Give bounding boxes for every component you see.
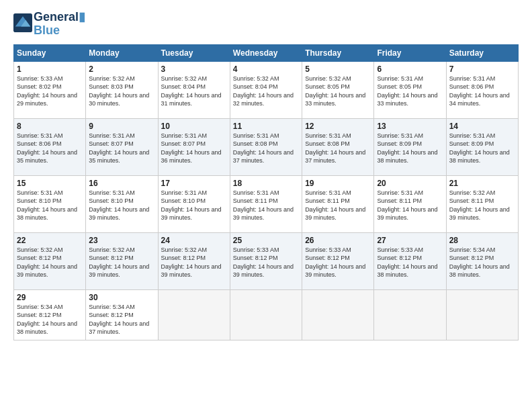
logo: General▮ Blue	[13, 11, 85, 38]
day-info: Sunrise: 5:32 AM Sunset: 8:12 PM Dayligh…	[89, 246, 154, 279]
calendar-cell: 19 Sunrise: 5:31 AM Sunset: 8:11 PM Dayl…	[302, 175, 374, 232]
calendar-cell: 29 Sunrise: 5:34 AM Sunset: 8:12 PM Dayl…	[14, 289, 86, 340]
calendar-header: SundayMondayTuesdayWednesdayThursdayFrid…	[14, 44, 519, 61]
day-info: Sunrise: 5:31 AM Sunset: 8:10 PM Dayligh…	[161, 189, 227, 222]
calendar-cell: 25 Sunrise: 5:33 AM Sunset: 8:12 PM Dayl…	[230, 232, 302, 289]
day-number: 14	[449, 122, 515, 131]
calendar-cell: 8 Sunrise: 5:31 AM Sunset: 8:06 PM Dayli…	[14, 118, 86, 175]
day-number: 7	[449, 64, 515, 74]
calendar-cell: 27 Sunrise: 5:33 AM Sunset: 8:12 PM Dayl…	[374, 232, 446, 289]
day-info: Sunrise: 5:31 AM Sunset: 8:10 PM Dayligh…	[89, 189, 154, 222]
day-header-monday: Monday	[86, 44, 158, 61]
day-info: Sunrise: 5:34 AM Sunset: 8:12 PM Dayligh…	[17, 303, 83, 336]
day-number: 13	[377, 122, 443, 131]
day-info: Sunrise: 5:31 AM Sunset: 8:08 PM Dayligh…	[305, 132, 371, 165]
day-number: 6	[377, 64, 443, 74]
calendar-cell: 13 Sunrise: 5:31 AM Sunset: 8:09 PM Dayl…	[374, 118, 446, 175]
calendar-cell: 3 Sunrise: 5:32 AM Sunset: 8:04 PM Dayli…	[158, 61, 230, 118]
day-info: Sunrise: 5:33 AM Sunset: 8:12 PM Dayligh…	[305, 246, 371, 279]
day-info: Sunrise: 5:31 AM Sunset: 8:11 PM Dayligh…	[377, 189, 443, 222]
day-number: 5	[305, 64, 371, 74]
calendar-cell: 6 Sunrise: 5:31 AM Sunset: 8:05 PM Dayli…	[374, 61, 446, 118]
day-info: Sunrise: 5:31 AM Sunset: 8:11 PM Dayligh…	[233, 189, 299, 222]
calendar-cell	[302, 289, 374, 340]
day-info: Sunrise: 5:34 AM Sunset: 8:12 PM Dayligh…	[449, 246, 515, 279]
day-info: Sunrise: 5:32 AM Sunset: 8:04 PM Dayligh…	[233, 75, 299, 108]
calendar-cell	[446, 289, 518, 340]
day-header-wednesday: Wednesday	[230, 44, 302, 61]
day-info: Sunrise: 5:34 AM Sunset: 8:12 PM Dayligh…	[89, 303, 154, 336]
calendar: SundayMondayTuesdayWednesdayThursdayFrid…	[13, 44, 519, 340]
day-number: 3	[161, 64, 227, 74]
day-info: Sunrise: 5:31 AM Sunset: 8:07 PM Dayligh…	[89, 132, 154, 165]
calendar-cell: 9 Sunrise: 5:31 AM Sunset: 8:07 PM Dayli…	[86, 118, 158, 175]
calendar-cell	[158, 289, 230, 340]
calendar-body: 1 Sunrise: 5:33 AM Sunset: 8:02 PM Dayli…	[14, 61, 519, 340]
logo-icon	[13, 13, 32, 32]
calendar-week-1: 1 Sunrise: 5:33 AM Sunset: 8:02 PM Dayli…	[14, 61, 519, 118]
day-header-sunday: Sunday	[14, 44, 86, 61]
day-info: Sunrise: 5:32 AM Sunset: 8:12 PM Dayligh…	[17, 246, 83, 279]
day-number: 18	[233, 179, 299, 188]
day-header-tuesday: Tuesday	[158, 44, 230, 61]
day-header-thursday: Thursday	[302, 44, 374, 61]
calendar-cell: 2 Sunrise: 5:32 AM Sunset: 8:03 PM Dayli…	[86, 61, 158, 118]
day-info: Sunrise: 5:32 AM Sunset: 8:03 PM Dayligh…	[89, 75, 154, 108]
calendar-cell: 26 Sunrise: 5:33 AM Sunset: 8:12 PM Dayl…	[302, 232, 374, 289]
day-number: 24	[161, 236, 227, 245]
calendar-cell: 22 Sunrise: 5:32 AM Sunset: 8:12 PM Dayl…	[14, 232, 86, 289]
calendar-cell: 24 Sunrise: 5:32 AM Sunset: 8:12 PM Dayl…	[158, 232, 230, 289]
calendar-week-3: 15 Sunrise: 5:31 AM Sunset: 8:10 PM Dayl…	[14, 175, 519, 232]
page: General▮ Blue SundayMondayTuesdayWednesd…	[0, 0, 532, 411]
calendar-cell: 21 Sunrise: 5:32 AM Sunset: 8:11 PM Dayl…	[446, 175, 518, 232]
day-number: 12	[305, 122, 371, 131]
calendar-cell: 11 Sunrise: 5:31 AM Sunset: 8:08 PM Dayl…	[230, 118, 302, 175]
calendar-cell: 20 Sunrise: 5:31 AM Sunset: 8:11 PM Dayl…	[374, 175, 446, 232]
day-header-saturday: Saturday	[446, 44, 518, 61]
day-info: Sunrise: 5:32 AM Sunset: 8:11 PM Dayligh…	[449, 189, 515, 222]
day-info: Sunrise: 5:31 AM Sunset: 8:09 PM Dayligh…	[449, 132, 515, 165]
calendar-cell: 30 Sunrise: 5:34 AM Sunset: 8:12 PM Dayl…	[86, 289, 158, 340]
day-number: 21	[449, 179, 515, 188]
calendar-cell: 28 Sunrise: 5:34 AM Sunset: 8:12 PM Dayl…	[446, 232, 518, 289]
day-info: Sunrise: 5:31 AM Sunset: 8:11 PM Dayligh…	[305, 189, 371, 222]
day-info: Sunrise: 5:31 AM Sunset: 8:09 PM Dayligh…	[377, 132, 443, 165]
day-number: 2	[89, 64, 154, 74]
day-number: 22	[17, 236, 83, 245]
day-number: 23	[89, 236, 154, 245]
day-info: Sunrise: 5:33 AM Sunset: 8:02 PM Dayligh…	[17, 75, 83, 108]
day-number: 16	[89, 179, 154, 188]
day-number: 10	[161, 122, 227, 131]
calendar-cell: 15 Sunrise: 5:31 AM Sunset: 8:10 PM Dayl…	[14, 175, 86, 232]
day-info: Sunrise: 5:32 AM Sunset: 8:12 PM Dayligh…	[161, 246, 227, 279]
day-info: Sunrise: 5:31 AM Sunset: 8:10 PM Dayligh…	[17, 189, 83, 222]
calendar-cell: 14 Sunrise: 5:31 AM Sunset: 8:09 PM Dayl…	[446, 118, 518, 175]
calendar-cell: 5 Sunrise: 5:32 AM Sunset: 8:05 PM Dayli…	[302, 61, 374, 118]
day-number: 8	[17, 122, 83, 131]
day-info: Sunrise: 5:32 AM Sunset: 8:04 PM Dayligh…	[161, 75, 227, 108]
day-info: Sunrise: 5:31 AM Sunset: 8:06 PM Dayligh…	[449, 75, 515, 108]
day-number: 15	[17, 179, 83, 188]
calendar-week-2: 8 Sunrise: 5:31 AM Sunset: 8:06 PM Dayli…	[14, 118, 519, 175]
day-info: Sunrise: 5:32 AM Sunset: 8:05 PM Dayligh…	[305, 75, 371, 108]
day-info: Sunrise: 5:31 AM Sunset: 8:05 PM Dayligh…	[377, 75, 443, 108]
calendar-cell: 4 Sunrise: 5:32 AM Sunset: 8:04 PM Dayli…	[230, 61, 302, 118]
logo-text: General▮ Blue	[34, 11, 85, 38]
calendar-cell	[374, 289, 446, 340]
header: General▮ Blue	[13, 11, 519, 38]
day-number: 1	[17, 64, 83, 74]
day-info: Sunrise: 5:31 AM Sunset: 8:07 PM Dayligh…	[161, 132, 227, 165]
day-number: 17	[161, 179, 227, 188]
calendar-cell: 12 Sunrise: 5:31 AM Sunset: 8:08 PM Dayl…	[302, 118, 374, 175]
day-number: 29	[17, 293, 83, 302]
day-number: 27	[377, 236, 443, 245]
calendar-week-5: 29 Sunrise: 5:34 AM Sunset: 8:12 PM Dayl…	[14, 289, 519, 340]
day-info: Sunrise: 5:31 AM Sunset: 8:06 PM Dayligh…	[17, 132, 83, 165]
day-number: 4	[233, 64, 299, 74]
calendar-cell: 16 Sunrise: 5:31 AM Sunset: 8:10 PM Dayl…	[86, 175, 158, 232]
calendar-week-4: 22 Sunrise: 5:32 AM Sunset: 8:12 PM Dayl…	[14, 232, 519, 289]
day-number: 20	[377, 179, 443, 188]
day-info: Sunrise: 5:31 AM Sunset: 8:08 PM Dayligh…	[233, 132, 299, 165]
day-info: Sunrise: 5:33 AM Sunset: 8:12 PM Dayligh…	[233, 246, 299, 279]
day-number: 28	[449, 236, 515, 245]
